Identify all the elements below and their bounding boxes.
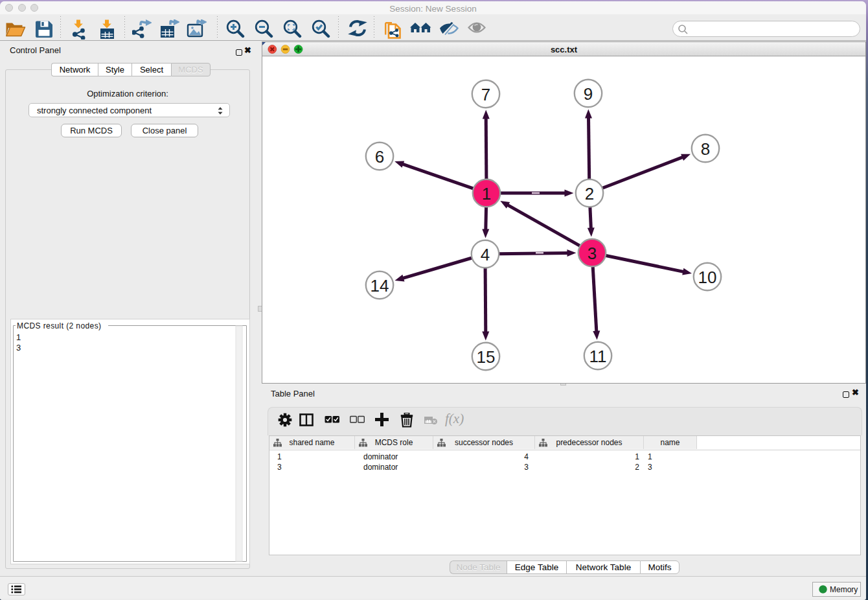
- svg-text:1: 1: [482, 184, 491, 203]
- svg-text:9: 9: [584, 84, 593, 104]
- svg-text:4: 4: [481, 245, 490, 264]
- svg-text:3: 3: [588, 244, 597, 263]
- svg-text:15: 15: [477, 347, 496, 367]
- svg-text:14: 14: [371, 276, 389, 295]
- svg-text:7: 7: [481, 85, 490, 104]
- svg-text:8: 8: [701, 139, 710, 159]
- svg-text:6: 6: [375, 147, 384, 167]
- svg-text:11: 11: [589, 347, 607, 366]
- svg-text:10: 10: [698, 268, 717, 287]
- svg-text:2: 2: [585, 184, 594, 203]
